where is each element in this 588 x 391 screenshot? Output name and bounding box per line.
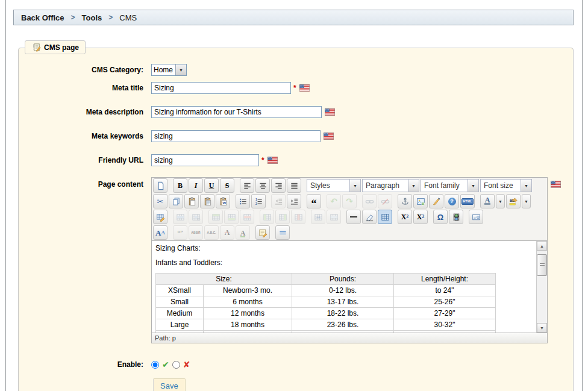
paste-from-word-icon: W [219,197,228,206]
horizontal-rule-button[interactable] [346,210,361,224]
text-color-icon: A [484,198,491,205]
color-dropdown-arrow[interactable]: ▼ [496,194,505,208]
html-source-button[interactable]: HTML [460,194,475,208]
required-asterisk: * [261,156,264,164]
page-content-editor: BIUSStyles▼Paragraph▼Font family▼Font si… [151,177,548,343]
blockquote-button[interactable]: “ [307,194,321,208]
indent-button[interactable] [287,194,301,208]
insert-row-after-button [224,210,239,224]
editor-path-bar: Path: p [152,333,547,343]
link-button [362,194,377,208]
delete-column-button [291,210,305,224]
attributes-button[interactable] [255,225,270,240]
scroll-down-icon[interactable]: ▼ [537,323,547,333]
chevron-down-icon[interactable]: ▼ [175,64,186,75]
friendly-url-row: Friendly URL * [19,154,573,166]
scrollbar-thumb[interactable] [537,254,547,276]
editor-content-area: Sizing Charts: Infants and Toddlers: Siz… [152,240,547,333]
page-break-button[interactable] [275,225,290,240]
anchor-button[interactable] [398,194,412,208]
delete-row-button [240,210,254,224]
visual-aid-button[interactable] [378,210,392,224]
align-justify-button[interactable] [287,178,301,193]
paste-button[interactable] [184,194,199,208]
paste-as-text-button[interactable] [200,194,214,208]
paste-from-word-button[interactable]: W [216,194,230,208]
enable-yes-radio[interactable] [151,361,159,369]
sizing-table-cell: 27-29" [394,308,496,319]
align-center-button[interactable] [255,178,270,193]
help-button[interactable]: ? [445,194,459,208]
sizing-table-cell [292,331,394,333]
editor-document[interactable]: Sizing Charts: Infants and Toddlers: Siz… [152,241,536,333]
align-left-button[interactable] [240,178,254,193]
friendly-url-input[interactable] [151,154,259,166]
sizing-table-cell [204,331,292,333]
editor-scrollbar[interactable]: ▲ ▼ [536,241,547,333]
image-button[interactable] [413,194,428,208]
sizing-table-cell: 6 months [204,296,292,308]
subscript-button[interactable]: X2 [398,210,412,224]
delete-column-icon [294,213,303,222]
strikethrough-button[interactable]: S [220,178,234,193]
editor-toolbar: BIUSStyles▼Paragraph▼Font family▼Font si… [152,178,547,240]
chevron-down-icon: ▼ [468,180,478,192]
meta-description-input[interactable] [151,106,322,118]
highlight-color-button[interactable]: ab [506,194,521,208]
insert-media-icon [452,213,461,222]
format-select[interactable]: Paragraph▼ [362,179,419,192]
table-edit-button[interactable] [153,210,167,224]
required-asterisk: * [293,84,296,92]
scroll-up-icon[interactable]: ▲ [537,241,547,251]
remove-format-button[interactable] [362,210,377,224]
align-center-icon [258,181,267,190]
style-props-button[interactable]: AA [153,225,167,240]
save-button[interactable]: Save [153,378,186,391]
redo-icon: ↷ [346,197,353,205]
copy-button[interactable] [169,194,183,208]
bold-button[interactable]: B [173,178,187,193]
insert-media-button[interactable] [449,210,463,224]
bullet-list-button[interactable] [236,194,250,208]
superscript-button[interactable]: X2 [413,210,428,224]
sizing-table-cell: Medium [156,308,204,319]
meta-description-row: Meta description [19,106,573,118]
anchor-icon [401,197,410,206]
cms-category-select[interactable]: Home ▼ [151,64,187,76]
align-right-button[interactable] [271,178,286,193]
breadcrumb-back-office[interactable]: Back Office [21,13,64,22]
us-flag-icon [325,108,335,116]
undo-button: ↶ [327,194,341,208]
text-color-button[interactable]: A [480,194,495,208]
page-content-label: Page content [19,180,143,189]
sizing-table-cell: 0-12 lbs. [292,285,394,296]
indent-icon [290,197,299,206]
split-cells-button [311,210,325,224]
html-source-icon: HTML [461,198,473,205]
sizing-table-header-cell: Size: [156,274,292,285]
meta-title-input[interactable] [151,82,291,94]
breadcrumb: Back Office > Tools > CMS [13,10,574,25]
enable-no-radio[interactable] [172,361,180,369]
cut-button[interactable]: ✂ [153,194,167,208]
italic-button[interactable]: I [189,178,203,193]
paste-as-text-icon [203,197,212,206]
outdent-button [271,194,286,208]
sizing-table-cell: XSmall [156,285,204,296]
font-size-select[interactable]: Font size▼ [480,179,532,192]
new-document-button[interactable] [153,178,167,193]
meta-keywords-input[interactable] [151,130,321,142]
cms-category-row: CMS Category: Home ▼ [19,64,573,76]
color-dropdown-arrow[interactable]: ▼ [522,194,531,208]
sizing-table-cell: Small [156,296,204,308]
insert-iframe-button[interactable] [469,210,483,224]
underline-button[interactable]: U [204,178,219,193]
panel-legend: CMS page [25,40,86,54]
numbered-list-button[interactable]: 12 [251,194,266,208]
format-brush-button[interactable] [429,194,443,208]
special-character-button[interactable]: Ω [433,210,448,224]
styles-select[interactable]: Styles▼ [307,179,361,192]
breadcrumb-tools[interactable]: Tools [82,13,102,22]
font-family-select[interactable]: Font family▼ [421,179,479,192]
deletion-icon: A [225,229,230,236]
